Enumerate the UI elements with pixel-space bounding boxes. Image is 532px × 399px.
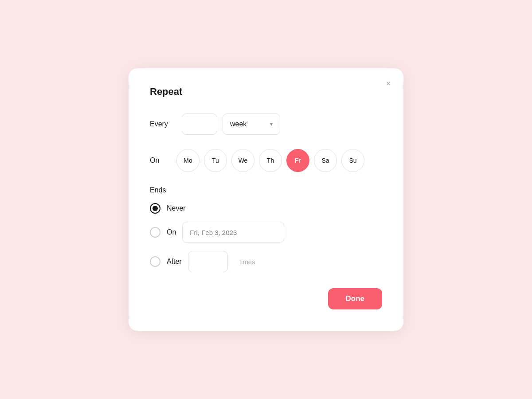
ends-options: Never On After ▲ ▼ times [150, 203, 382, 272]
times-label: times [239, 258, 255, 266]
close-button[interactable]: × [384, 77, 393, 90]
ends-option-never: Never [150, 203, 382, 214]
chevron-down-icon: ▾ [270, 121, 273, 127]
day-tu[interactable]: Tu [204, 149, 227, 172]
after-input-wrapper: ▲ ▼ [188, 251, 228, 272]
ends-label: Ends [150, 186, 382, 194]
done-button[interactable]: Done [328, 288, 383, 309]
day-th[interactable]: Th [259, 149, 282, 172]
day-su[interactable]: Su [341, 149, 364, 172]
number-input[interactable] [182, 120, 217, 128]
date-input[interactable] [182, 222, 284, 243]
days-container: Mo Tu We Th Fr Sa Su [176, 149, 364, 172]
ends-option-on: On [150, 222, 382, 243]
radio-never[interactable] [150, 203, 160, 214]
modal-title: Repeat [150, 86, 382, 98]
ends-option-after: After ▲ ▼ times [150, 251, 382, 272]
on-row: On Mo Tu We Th Fr Sa Su [150, 149, 382, 172]
ends-section: Ends Never On After [150, 186, 382, 272]
day-mo[interactable]: Mo [176, 149, 200, 172]
period-select[interactable]: week ▾ [223, 113, 280, 135]
on-label: On [150, 156, 176, 164]
day-fr[interactable]: Fr [286, 149, 309, 172]
never-label: Never [167, 204, 186, 212]
radio-on[interactable] [150, 227, 160, 238]
day-we[interactable]: We [231, 149, 254, 172]
day-sa[interactable]: Sa [314, 149, 337, 172]
after-input[interactable] [188, 258, 228, 266]
repeat-modal: × Repeat Every ▲ ▼ week ▾ On Mo Tu We Th… [129, 68, 403, 331]
number-input-wrapper: ▲ ▼ [182, 113, 217, 135]
every-label: Every [150, 120, 176, 128]
every-row: Every ▲ ▼ week ▾ [150, 113, 382, 135]
radio-never-inner [153, 206, 158, 211]
on-ends-label: On [167, 228, 176, 236]
done-row: Done [150, 288, 382, 309]
after-label: After [167, 258, 182, 266]
radio-after[interactable] [150, 256, 160, 267]
period-value: week [230, 120, 266, 128]
